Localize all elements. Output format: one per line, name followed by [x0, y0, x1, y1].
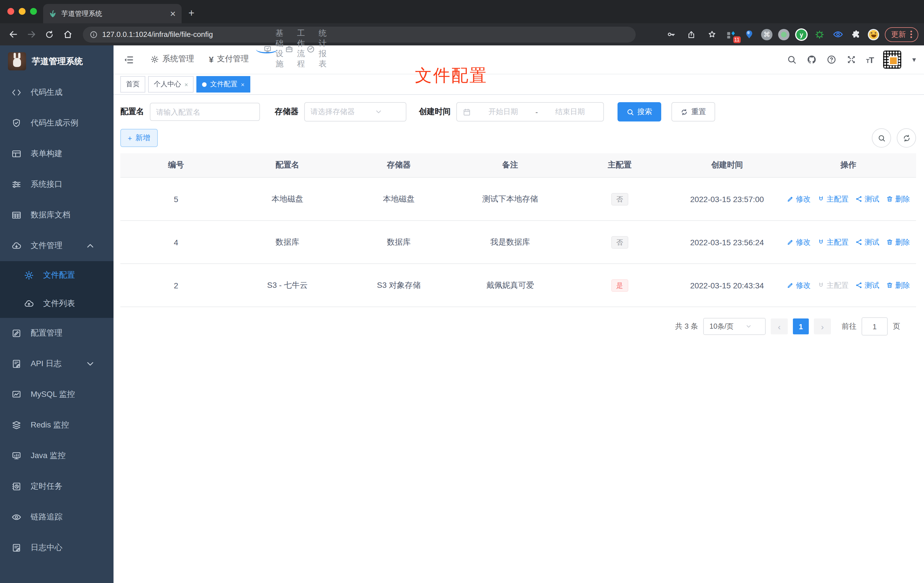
tag-tab-home[interactable]: 首页 — [120, 76, 145, 92]
extension-tabs-icon[interactable]: 11 — [725, 28, 737, 41]
extension-star-icon[interactable] — [813, 28, 826, 41]
font-size-icon[interactable]: TT — [866, 55, 874, 64]
cell-name: S3 - 七牛云 — [232, 280, 343, 291]
current-page-button[interactable]: 1 — [793, 319, 809, 334]
test-link[interactable]: 测试 — [856, 194, 879, 204]
github-icon[interactable] — [807, 55, 817, 65]
menu-label: 统计报表 — [319, 28, 327, 69]
search-icon[interactable] — [787, 55, 797, 65]
edit-link[interactable]: 修改 — [787, 194, 811, 204]
pencil-icon — [787, 238, 794, 246]
cell-id: 5 — [120, 195, 232, 203]
menu-infrastructure[interactable]: 基础设施 — [256, 45, 278, 53]
reset-button[interactable]: 重置 — [672, 102, 715, 122]
qr-avatar[interactable] — [883, 51, 901, 69]
start-date-placeholder[interactable]: 开始日期 — [475, 107, 531, 117]
close-icon[interactable]: × — [185, 81, 188, 88]
extension-y-icon[interactable]: y — [795, 28, 808, 41]
search-button[interactable]: 搜索 — [617, 102, 661, 122]
show-search-toggle-button[interactable] — [872, 128, 891, 148]
col-header-remark: 备注 — [455, 160, 566, 170]
sidebar-item-file-management[interactable]: 文件管理 — [0, 231, 114, 261]
tag-tab-profile[interactable]: 个人中心 × — [148, 76, 194, 92]
close-icon[interactable]: × — [241, 81, 244, 88]
forward-icon[interactable] — [24, 27, 39, 42]
sidebar-item-system-api[interactable]: 系统接口 — [0, 169, 114, 200]
browser-tab[interactable]: 芋道管理系统 ✕ — [43, 4, 182, 23]
edit-link[interactable]: 修改 — [787, 280, 811, 291]
share-nodes-icon — [856, 238, 863, 246]
help-icon[interactable] — [827, 55, 837, 65]
timer-icon — [12, 481, 21, 492]
add-button[interactable]: + 新增 — [120, 129, 157, 147]
browser-update-button[interactable]: 更新 — [885, 27, 918, 42]
menu-workflow[interactable]: 工作流程 — [278, 45, 299, 53]
master-config-link[interactable]: 主配置 — [818, 237, 849, 247]
site-info-icon[interactable] — [90, 30, 97, 38]
edit-link[interactable]: 修改 — [787, 237, 811, 247]
sidebar-item-api-log[interactable]: API 日志 — [0, 348, 114, 379]
sidebar-item-tracing[interactable]: 链路追踪 — [0, 502, 114, 532]
sidebar-item-code-generate[interactable]: 代码生成 — [0, 77, 114, 108]
extension-eye-icon[interactable] — [832, 28, 844, 41]
delete-link[interactable]: 删除 — [886, 280, 910, 291]
edit-square-icon — [12, 328, 21, 339]
sidebar-item-log-center[interactable]: 日志中心 — [0, 532, 114, 563]
prev-page-button[interactable]: ‹ — [771, 319, 788, 334]
menu-system-management[interactable]: 系统管理 — [143, 45, 201, 74]
sidebar-item-java-monitor[interactable]: Java 监控 — [0, 441, 114, 471]
page-size-select[interactable]: 10条/页 — [703, 318, 766, 335]
test-link[interactable]: 测试 — [856, 237, 879, 247]
home-icon[interactable] — [60, 27, 75, 42]
storage-select[interactable]: 请选择存储器 — [304, 102, 406, 122]
reload-icon[interactable] — [42, 27, 57, 42]
menu-payment-management[interactable]: ¥ 支付管理 — [201, 45, 256, 74]
extension-balloon-icon[interactable] — [743, 28, 756, 41]
zoom-window-button[interactable] — [30, 8, 37, 15]
tag-tab-file-config[interactable]: 文件配置 × — [197, 76, 250, 92]
top-menu: 系统管理 ¥ 支付管理 基础设施 工作流程 — [143, 45, 321, 74]
extensions-puzzle-icon[interactable] — [850, 28, 862, 41]
end-date-placeholder[interactable]: 结束日期 — [542, 107, 598, 117]
url-bar[interactable]: 127.0.0.1:1024/infra/file/file-config — [83, 26, 636, 42]
menu-reports[interactable]: 统计报表 — [299, 45, 321, 53]
extension-grey-circle-icon[interactable] — [778, 29, 789, 40]
fullscreen-icon[interactable] — [846, 55, 856, 65]
new-tab-button[interactable]: + — [188, 7, 195, 19]
config-name-input[interactable] — [150, 103, 260, 121]
extension-emoji-icon[interactable] — [868, 29, 879, 40]
caret-down-icon[interactable]: ▼ — [911, 56, 917, 63]
tab-close-icon[interactable]: ✕ — [170, 9, 176, 18]
cell-created: 2022-03-15 23:57:00 — [673, 195, 781, 203]
bookmark-star-icon[interactable] — [705, 27, 719, 42]
browser-menu-icon[interactable] — [911, 31, 912, 38]
password-key-icon[interactable] — [663, 27, 678, 42]
delete-link[interactable]: 删除 — [886, 237, 910, 247]
sidebar-item-file-config[interactable]: 文件配置 — [0, 261, 114, 289]
sidebar-item-code-demo[interactable]: 代码生成示例 — [0, 108, 114, 139]
window-controls[interactable] — [7, 8, 37, 15]
collapse-sidebar-icon[interactable] — [118, 45, 139, 74]
page-unit-label: 页 — [893, 321, 900, 332]
test-link[interactable]: 测试 — [856, 280, 879, 291]
share-icon[interactable] — [684, 27, 699, 42]
sidebar-item-config-management[interactable]: 配置管理 — [0, 318, 114, 348]
extension-command-icon[interactable]: ⌘ — [761, 29, 772, 40]
sidebar-item-scheduled-jobs[interactable]: 定时任务 — [0, 471, 114, 502]
close-window-button[interactable] — [7, 8, 14, 15]
refresh-table-button[interactable] — [897, 128, 916, 148]
date-range-picker[interactable]: 开始日期 - 结束日期 — [456, 102, 604, 122]
col-header-storage: 存储器 — [343, 160, 455, 170]
app-logo[interactable]: 芋道管理系统 — [0, 45, 114, 77]
sidebar-item-db-doc[interactable]: 数据库文档 — [0, 200, 114, 231]
minimize-window-button[interactable] — [19, 8, 26, 15]
back-icon[interactable] — [6, 27, 20, 42]
sidebar-item-form-builder[interactable]: 表单构建 — [0, 139, 114, 169]
sidebar-item-file-list[interactable]: 文件列表 — [0, 289, 114, 318]
sidebar-item-redis-monitor[interactable]: Redis 监控 — [0, 410, 114, 441]
next-page-button[interactable]: › — [814, 319, 831, 334]
sidebar-item-mysql-monitor[interactable]: MySQL 监控 — [0, 379, 114, 410]
delete-link[interactable]: 删除 — [886, 194, 910, 204]
master-config-link[interactable]: 主配置 — [818, 194, 849, 204]
goto-page-input[interactable] — [861, 317, 888, 335]
